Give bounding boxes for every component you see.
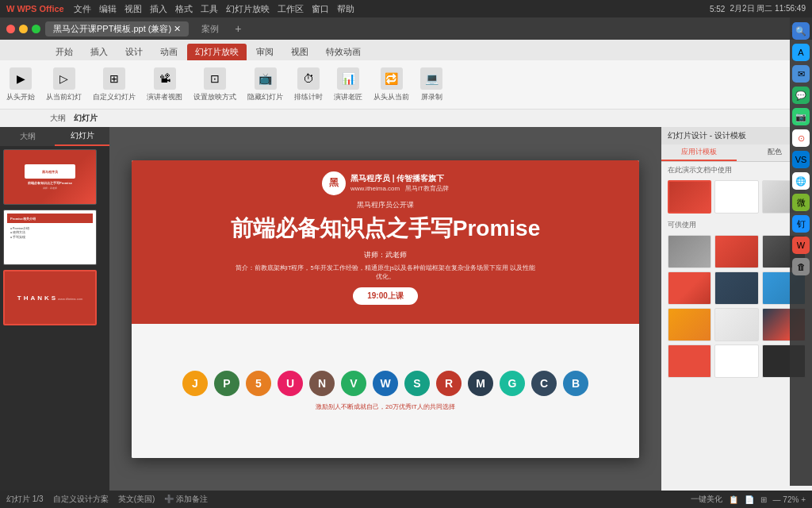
tool-rehearse[interactable]: ⏱ 排练计时: [294, 67, 323, 102]
ribbon-tab-view[interactable]: 视图: [283, 44, 316, 60]
menu-insert[interactable]: 插入: [150, 3, 167, 15]
sp-tab-slides[interactable]: 幻灯片: [55, 127, 109, 146]
tool-settings[interactable]: ⊡ 设置放映方式: [193, 67, 236, 102]
inactive-tab[interactable]: 案例: [193, 21, 227, 37]
template-thumb-a8[interactable]: [714, 308, 758, 341]
close-button[interactable]: [6, 25, 15, 33]
tool-fromstart[interactable]: ▶ 从头开始: [6, 67, 35, 102]
dock-finder[interactable]: 🔍: [792, 22, 810, 40]
menu-tools[interactable]: 工具: [201, 3, 218, 15]
ribbon-tab-insert[interactable]: 插入: [82, 44, 116, 60]
wps-logo: W WPS Office: [6, 4, 64, 13]
tool-settings-icon: ⊡: [204, 67, 226, 90]
template-thumb-1[interactable]: [668, 180, 711, 214]
sp-tab-outline[interactable]: 大纲: [0, 127, 55, 146]
minimize-button[interactable]: [19, 25, 28, 33]
tool-presenter[interactable]: 📽 演讲者视图: [147, 67, 182, 102]
status-notes[interactable]: ➕ 添加备注: [164, 494, 208, 505]
dock-messages[interactable]: 💬: [792, 87, 810, 104]
menu-slideshow[interactable]: 幻灯片放映: [226, 3, 270, 15]
dock-vscode[interactable]: VS: [792, 151, 810, 168]
template-thumb-a10[interactable]: [668, 344, 711, 378]
tool-presenter-icon: 📽: [154, 67, 176, 90]
dock-dingding[interactable]: 钉: [792, 215, 810, 233]
mac-dock: 🔍 A ✉ 💬 📷 ⊙ VS 🌐 微 钉 W 🗑: [790, 17, 812, 486]
dock-safari[interactable]: ⊙: [792, 129, 810, 147]
ribbon-tab-animation[interactable]: 动画: [152, 44, 186, 60]
dock-facetime[interactable]: 📷: [792, 108, 810, 125]
slide-logo-area: 黑 黑马程序员 | 传智播客旗下 www.itheima.com 黑马IT教育品…: [322, 171, 449, 195]
menu-help[interactable]: 帮助: [337, 3, 354, 15]
ribbon-tab-start[interactable]: 开始: [48, 44, 81, 60]
menu-window[interactable]: 窗口: [312, 3, 329, 15]
slide-thumb-2[interactable]: 2 Promise相关介绍 ● Promise介绍 ● 使用方法 ● 手写实现: [3, 210, 106, 265]
window-controls: [6, 25, 40, 33]
tool-fromcurrent[interactable]: ▷ 从当前幻灯: [46, 67, 82, 102]
menu-view[interactable]: 视图: [124, 3, 142, 15]
status-beautify[interactable]: 一键美化: [691, 494, 722, 505]
rp-tab-apply[interactable]: 应用计模板: [661, 144, 737, 161]
slide-main[interactable]: 黑 黑马程序员 | 传智播客旗下 www.itheima.com 黑马IT教育品…: [132, 160, 639, 458]
menubar-app-name: WPS Office: [17, 4, 63, 13]
add-tab-button[interactable]: +: [235, 22, 241, 35]
ribbon-tab-effects[interactable]: 特效动画: [318, 44, 369, 60]
ribbon-tab-design[interactable]: 设计: [117, 44, 151, 60]
slide-title: 前端必备知识点之手写Promise: [231, 214, 541, 244]
template-thumb-a7[interactable]: [668, 308, 711, 341]
tool-hide-label: 隐藏幻灯片: [247, 92, 283, 102]
tool-presenter-label: 演讲者视图: [147, 92, 182, 102]
dock-wechat[interactable]: 微: [792, 194, 810, 211]
slide-thumb-3[interactable]: 3 THANKS www.itheima.com: [3, 270, 106, 325]
status-zoom[interactable]: — 72% +: [773, 495, 806, 504]
maximize-button[interactable]: [32, 25, 40, 33]
status-slide-count: 幻灯片 1/3: [6, 494, 44, 505]
slide-thumbnails: 1 黑马程序员 前端必备知识点之手写Promise 讲师：武老师 2 Promi…: [0, 146, 109, 491]
slide-time-button[interactable]: 19:00上课: [353, 287, 418, 305]
quick-outline[interactable]: 大纲: [48, 112, 68, 125]
dock-appstore[interactable]: A: [792, 44, 810, 61]
menubar: W WPS Office 文件 编辑 视图 插入 格式 工具 幻灯片放映 工作区…: [0, 0, 812, 17]
tool-coach-label: 演讲老匠: [334, 92, 362, 102]
template-thumb-a2[interactable]: [714, 235, 758, 268]
ribbon-tab-slideshow[interactable]: 幻灯片放映: [187, 44, 247, 60]
ribbon-tab-review[interactable]: 审阅: [248, 44, 282, 60]
menu-format[interactable]: 格式: [175, 3, 193, 15]
main-area: 大纲 幻灯片 1 黑马程序员 前端必备知识点之手写Promise 讲师：武老师 …: [0, 127, 812, 491]
template-thumb-a5[interactable]: [714, 271, 758, 305]
quick-toolbar: 大纲 幻灯片: [0, 110, 812, 127]
template-thumb-2[interactable]: [714, 180, 758, 214]
slide-instructor: 讲师：武老师: [364, 250, 407, 260]
menu-edit[interactable]: 编辑: [99, 3, 117, 15]
tool-coach[interactable]: 📊 演讲老匠: [334, 67, 362, 102]
slide-bottom: J P 5 U N V W S R M G C B 激励别人不断成就自己，20万…: [132, 324, 639, 458]
status-view-grid[interactable]: ⊞: [760, 495, 767, 504]
slide-thumb-1[interactable]: 1 黑马程序员 前端必备知识点之手写Promise 讲师：武老师: [3, 149, 106, 205]
inactive-tab-label: 案例: [201, 24, 219, 33]
right-panel-title: 幻灯片设计 - 设计模板: [668, 130, 746, 141]
quick-slides[interactable]: 幻灯片: [71, 112, 100, 125]
tool-rehearse-icon: ⏱: [297, 67, 320, 90]
template-thumb-a1[interactable]: [668, 235, 711, 268]
tool-fromcurrent-label: 从当前幻灯: [46, 92, 82, 102]
menu-workspace[interactable]: 工作区: [278, 3, 304, 15]
dock-mail[interactable]: ✉: [792, 65, 810, 83]
dock-trash[interactable]: 🗑: [792, 258, 810, 275]
slide-panel: 大纲 幻灯片 1 黑马程序员 前端必备知识点之手写Promise 讲师：武老师 …: [0, 127, 109, 491]
tool-hide[interactable]: 📺 隐藏幻灯片: [247, 67, 283, 102]
status-lang: 英文(美国): [118, 494, 155, 505]
tool-screenrec[interactable]: 💻 屏录制: [420, 67, 442, 102]
slide-thumb-inner-1: 黑马程序员 前端必备知识点之手写Promise 讲师：武老师: [3, 149, 97, 205]
active-tab[interactable]: 黑马公开课PPT模板.ppt (兼容) ✕: [45, 21, 189, 37]
tool-custom[interactable]: ⊞ 自定义幻灯片: [93, 67, 136, 102]
tool-hide-icon: 📺: [255, 67, 277, 90]
status-view-outline[interactable]: 📄: [745, 495, 754, 504]
template-thumb-a4[interactable]: [668, 271, 711, 305]
template-thumb-a11[interactable]: [714, 344, 758, 378]
menu-file[interactable]: 文件: [74, 3, 91, 15]
dock-chrome[interactable]: 🌐: [792, 172, 810, 190]
dock-wps[interactable]: W: [792, 237, 810, 254]
tool-screenrec-label: 屏录制: [421, 92, 442, 102]
slide-top: 黑 黑马程序员 | 传智播客旗下 www.itheima.com 黑马IT教育品…: [132, 160, 639, 324]
status-view-normal[interactable]: 📋: [729, 495, 738, 504]
tool-fromall[interactable]: 🔁 从头从当前: [373, 67, 409, 102]
